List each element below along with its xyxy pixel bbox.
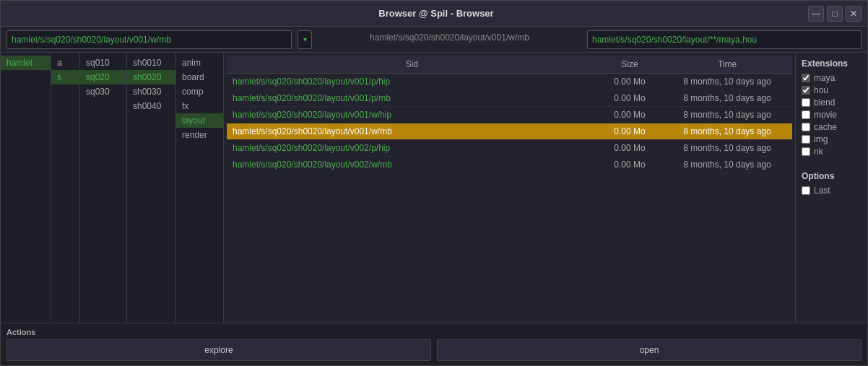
ext-checkbox-hou[interactable] [802,86,810,95]
table-row[interactable]: hamlet/s/sq020/sh0020/layout/v001/p/mb0.… [227,90,792,107]
option-label-last: Last [814,186,830,196]
pathbar: ▾ hamlet/s/sq020/sh0020/layout/v001/w/mb [1,27,867,53]
extensions-panel: Extensions mayahoublendmoviecacheimgnk O… [795,53,867,323]
main-content: hamlet a s sq010 sq020 sq030 sh0010 sh00… [1,53,867,323]
ext-item-nk[interactable]: nk [802,147,862,157]
cell-sid: hamlet/s/sq020/sh0020/layout/v001/w/hip [227,107,597,123]
ext-item-img[interactable]: img [802,134,862,144]
left-path-input[interactable] [6,30,292,49]
table-area: Sid Size Time hamlet/s/sq020/sh0020/layo… [224,53,795,323]
actions-buttons: explore open [6,339,862,361]
extensions-title: Extensions [802,58,862,69]
explore-button[interactable]: explore [6,339,431,361]
cell-size: 0.00 Mo [597,140,662,157]
ext-label-movie: movie [814,110,837,120]
cell-sid: hamlet/s/sq020/sh0020/layout/v001/p/mb [227,90,597,107]
col-header-sid: Sid [227,56,597,74]
cell-time: 8 months, 10 days ago [662,74,792,90]
cell-time: 8 months, 10 days ago [662,123,792,140]
table-row[interactable]: hamlet/s/sq020/sh0020/layout/v001/w/hip0… [227,107,792,123]
cell-sid: hamlet/s/sq020/sh0020/layout/v002/p/hip [227,140,597,157]
tree-item-layout[interactable]: layout [176,113,223,128]
center-path-display: hamlet/s/sq020/sh0020/layout/v001/w/mb [318,30,581,49]
ext-label-blend: blend [814,97,835,108]
ext-checkbox-cache[interactable] [802,123,810,131]
table-row[interactable]: hamlet/s/sq020/sh0020/layout/v001/p/hip0… [227,74,792,90]
cell-time: 8 months, 10 days ago [662,157,792,173]
tree-item-hamlet[interactable]: hamlet [1,56,51,70]
tree-item-comp[interactable]: comp [176,84,223,99]
ext-item-maya[interactable]: maya [802,73,862,83]
options-items-container: Last [802,186,862,196]
file-table: Sid Size Time hamlet/s/sq020/sh0020/layo… [227,56,792,173]
ext-checkbox-nk[interactable] [802,147,810,156]
tree-item-fx[interactable]: fx [176,99,223,113]
ext-item-blend[interactable]: blend [802,97,862,108]
tree-item-s[interactable]: s [51,70,79,84]
tree-item-a[interactable]: a [51,56,79,70]
ext-item-hou[interactable]: hou [802,85,862,95]
titlebar: Browser @ Spil - Browser — □ ✕ [1,1,867,27]
options-section: Options Last [802,171,862,196]
options-title: Options [802,171,862,181]
tree-item-sh0020[interactable]: sh0020 [127,70,175,84]
cell-size: 0.00 Mo [597,74,662,90]
cell-size: 0.00 Mo [597,90,662,107]
cell-size: 0.00 Mo [597,157,662,173]
col-header-time: Time [662,56,792,74]
ext-checkbox-movie[interactable] [802,110,810,119]
tree-item-sh0030[interactable]: sh0030 [127,84,175,99]
tree-item-anim[interactable]: anim [176,56,223,70]
cell-size: 0.00 Mo [597,123,662,140]
tree-col-1: hamlet [1,53,51,323]
left-panel: hamlet a s sq010 sq020 sq030 sh0010 sh00… [1,53,224,323]
table-row[interactable]: hamlet/s/sq020/sh0020/layout/v002/p/hip0… [227,140,792,157]
cell-time: 8 months, 10 days ago [662,140,792,157]
tree-item-sq020[interactable]: sq020 [80,70,126,84]
table-row[interactable]: hamlet/s/sq020/sh0020/layout/v002/w/mb0.… [227,157,792,173]
ext-label-nk: nk [814,147,823,157]
ext-label-maya: maya [814,73,835,83]
close-button[interactable]: ✕ [846,6,862,22]
tree-item-render[interactable]: render [176,128,223,142]
cell-sid: hamlet/s/sq020/sh0020/layout/v002/w/mb [227,157,597,173]
ext-items-container: mayahoublendmoviecacheimgnk [802,73,862,157]
right-panel: Sid Size Time hamlet/s/sq020/sh0020/layo… [224,53,867,323]
tree-item-sq030[interactable]: sq030 [80,84,126,99]
path-dropdown-button[interactable]: ▾ [298,30,312,49]
maximize-button[interactable]: □ [827,6,843,22]
titlebar-controls: — □ ✕ [808,6,862,22]
tree-item-sh0010[interactable]: sh0010 [127,56,175,70]
open-button[interactable]: open [437,339,862,361]
actions-bar: Actions explore open [1,323,867,365]
main-window: Browser @ Spil - Browser — □ ✕ ▾ hamlet/… [0,0,868,366]
tree-col-2: a s [51,53,80,323]
option-checkbox-last[interactable] [802,186,810,195]
ext-item-cache[interactable]: cache [802,122,862,132]
tree-col-5: anim board comp fx layout render [176,53,223,323]
tree-col-4: sh0010 sh0020 sh0030 sh0040 [127,53,176,323]
tree-item-sh0040[interactable]: sh0040 [127,99,175,113]
cell-sid: hamlet/s/sq020/sh0020/layout/v001/w/mb [227,123,597,140]
cell-sid: hamlet/s/sq020/sh0020/layout/v001/p/hip [227,74,597,90]
ext-label-img: img [814,134,828,144]
minimize-button[interactable]: — [808,6,824,22]
cell-time: 8 months, 10 days ago [662,90,792,107]
window-title: Browser @ Spil - Browser [64,8,808,19]
ext-checkbox-img[interactable] [802,135,810,144]
actions-label: Actions [6,328,862,336]
right-path-input[interactable] [587,30,862,49]
ext-label-hou: hou [814,85,828,95]
ext-item-movie[interactable]: movie [802,110,862,120]
table-row[interactable]: hamlet/s/sq020/sh0020/layout/v001/w/mb0.… [227,123,792,140]
cell-size: 0.00 Mo [597,107,662,123]
cell-time: 8 months, 10 days ago [662,107,792,123]
tree-col-3: sq010 sq020 sq030 [80,53,127,323]
col-header-size: Size [597,56,662,74]
tree-item-sq010[interactable]: sq010 [80,56,126,70]
ext-checkbox-blend[interactable] [802,98,810,107]
tree-item-board[interactable]: board [176,70,223,84]
ext-checkbox-maya[interactable] [802,74,810,82]
ext-label-cache: cache [814,122,837,132]
option-item-last[interactable]: Last [802,186,862,196]
